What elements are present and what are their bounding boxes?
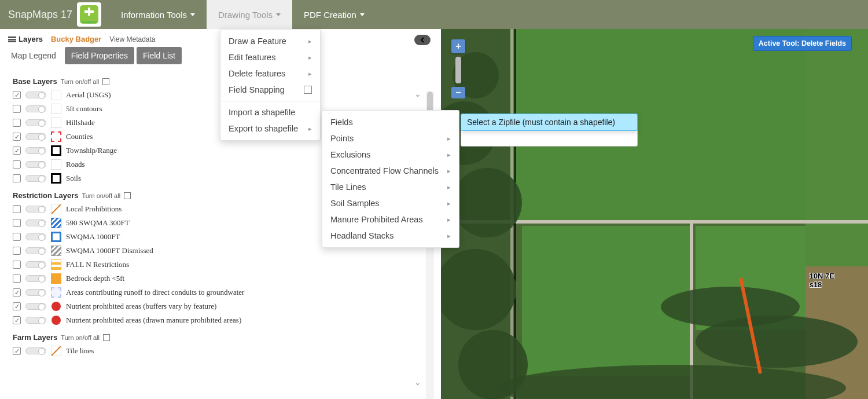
layers-icon (8, 36, 16, 42)
menu-draw-feature[interactable]: Draw a Feature ▸ (220, 33, 320, 49)
layer-label: Hillshade (66, 118, 95, 127)
svg-rect-5 (8, 39, 16, 41)
section-subtitle: Turn on/off all (61, 334, 100, 341)
layer-label: Aerial (USGS) (66, 90, 111, 100)
menu-label: Import a shapefile (229, 108, 295, 117)
menu-edit-features[interactable]: Edit features ▸ (220, 49, 320, 65)
nav-drawing-tools[interactable]: Drawing Tools (207, 0, 292, 29)
layer-opacity-slider[interactable] (25, 261, 46, 268)
nav-label: Drawing Tools (218, 10, 273, 20)
collapse-sidebar-button[interactable] (414, 35, 431, 45)
label-line2: s18 (810, 281, 834, 290)
layer-checkbox[interactable] (13, 316, 21, 324)
layer-checkbox[interactable] (13, 247, 21, 255)
layer-checkbox[interactable] (13, 119, 21, 127)
nav-pdf-creation[interactable]: PDF Creation (292, 0, 376, 29)
layer-opacity-slider[interactable] (25, 91, 46, 98)
navbar: SnapMaps 17 SnapPlus Information Tools D… (0, 0, 868, 29)
layer-label: Bedrock depth <5ft (66, 274, 124, 283)
layer-checkbox[interactable] (13, 261, 21, 269)
tab-field-list[interactable]: Field List (137, 47, 182, 64)
chevron-right-icon: ▸ (447, 216, 451, 224)
menu-label: Export to shapefile (229, 124, 298, 133)
menu-import-shapefile[interactable]: Import a shapefile (220, 104, 320, 120)
layer-checkbox[interactable] (13, 274, 21, 283)
user-name[interactable]: Bucky Badger (51, 35, 101, 43)
layer-opacity-slider[interactable] (25, 147, 46, 154)
menu-field-snapping[interactable]: Field Snapping (220, 82, 320, 98)
import-headland-stacks[interactable]: Headland Stacks ▸ (322, 228, 459, 244)
layer-opacity-slider[interactable] (25, 247, 46, 254)
accordion-toggle-base[interactable]: ⌄ (414, 89, 421, 98)
layer-opacity-slider[interactable] (25, 303, 46, 310)
tab-map-legend[interactable]: Map Legend (5, 47, 62, 64)
layer-opacity-slider[interactable] (25, 161, 46, 168)
layer-opacity-slider[interactable] (25, 119, 46, 126)
menu-label: Field Snapping (229, 85, 285, 94)
layer-checkbox[interactable] (13, 91, 21, 99)
import-soil-samples[interactable]: Soil Samples ▸ (322, 195, 459, 211)
layer-opacity-slider[interactable] (25, 219, 46, 226)
import-points[interactable]: Points ▸ (322, 130, 459, 147)
view-metadata-link[interactable]: View Metadata (109, 35, 155, 43)
section-header: Farm LayersTurn on/off all (13, 333, 434, 342)
map-view[interactable]: + − Active Tool: Delete Fields 10N 7E s1… (441, 29, 868, 399)
layer-opacity-slider[interactable] (25, 347, 46, 354)
menu-export-shapefile[interactable]: Export to shapefile ▸ (220, 120, 320, 137)
menu-label: Manure Prohibited Areas (330, 215, 423, 224)
section-subtitle: Turn on/off all (61, 78, 100, 85)
zoom-in-button[interactable]: + (451, 39, 465, 53)
layer-opacity-slider[interactable] (25, 289, 46, 296)
import-cfc[interactable]: Concentrated Flow Channels ▸ (322, 163, 459, 179)
tab-field-properties[interactable]: Field Properties (65, 47, 134, 64)
accordion-toggle-farm[interactable]: ⌄ (414, 378, 421, 387)
layer-swatch-icon (51, 145, 61, 156)
layer-opacity-slider[interactable] (25, 133, 46, 140)
menu-label: Concentrated Flow Channels (330, 166, 439, 175)
layer-checkbox[interactable] (13, 133, 21, 141)
layer-label: 5ft contours (66, 104, 102, 114)
nav-information-tools[interactable]: Information Tools (109, 0, 207, 29)
field-snapping-checkbox[interactable] (304, 86, 312, 94)
layer-checkbox[interactable] (13, 105, 21, 113)
layer-opacity-slider[interactable] (25, 105, 46, 112)
layer-checkbox[interactable] (13, 147, 21, 155)
zoom-out-button[interactable]: − (451, 87, 465, 98)
layer-swatch-icon (51, 118, 61, 128)
layer-opacity-slider[interactable] (25, 233, 46, 240)
import-exclusions[interactable]: Exclusions ▸ (322, 147, 459, 163)
layer-opacity-slider[interactable] (25, 275, 46, 282)
select-zipfile-callout[interactable]: Select a Zipfile (must contain a shapefi… (461, 114, 638, 131)
layer-label: SWQMA 1000FT Dismissed (66, 246, 153, 255)
layer-opacity-slider[interactable] (25, 206, 46, 213)
layer-opacity-slider[interactable] (25, 175, 46, 182)
layer-checkbox[interactable] (13, 347, 21, 355)
layer-label: Roads (66, 160, 85, 169)
layer-checkbox[interactable] (13, 233, 21, 241)
layer-checkbox[interactable] (13, 205, 21, 213)
snapplus-logo-icon: SnapPlus (79, 4, 100, 25)
chevron-right-icon: ▸ (447, 232, 451, 240)
import-manure-prohibited[interactable]: Manure Prohibited Areas ▸ (322, 211, 459, 228)
zoom-slider[interactable] (455, 57, 461, 83)
brand: SnapMaps 17 SnapPlus (0, 0, 109, 29)
import-fields[interactable]: Fields (322, 114, 459, 130)
caret-down-icon (276, 13, 281, 16)
layer-checkbox[interactable] (13, 219, 21, 227)
import-tile-lines[interactable]: Tile Lines ▸ (322, 179, 459, 195)
layer-checkbox[interactable] (13, 174, 21, 182)
layer-checkbox[interactable] (13, 288, 21, 296)
aerial-imagery (441, 29, 868, 399)
toggle-all-checkbox[interactable] (103, 334, 110, 341)
menu-delete-features[interactable]: Delete features ▸ (220, 65, 320, 82)
import-shapefile-menu: Fields Points ▸ Exclusions ▸ Concentrate… (322, 110, 459, 248)
layer-checkbox[interactable] (13, 302, 21, 310)
toggle-all-checkbox[interactable] (124, 192, 131, 199)
layer-checkbox[interactable] (13, 160, 21, 169)
layer-swatch-icon (51, 218, 61, 228)
layer-opacity-slider[interactable] (25, 317, 46, 324)
toggle-all-checkbox[interactable] (102, 78, 109, 85)
layer-swatch-icon (51, 346, 61, 356)
menu-label: Tile Lines (330, 182, 366, 192)
layer-label: Counties (66, 132, 93, 141)
